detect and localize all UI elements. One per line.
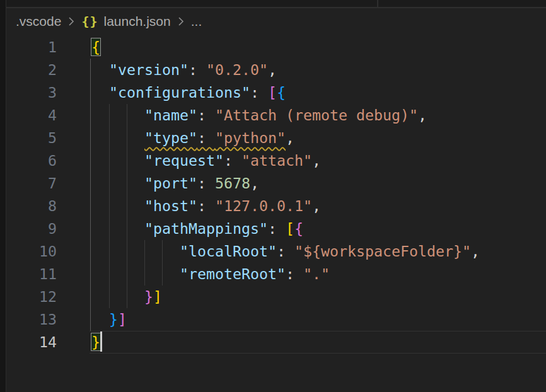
code-line[interactable]: 2 "version": "0.2.0", <box>6 59 546 81</box>
code-token: , <box>268 61 277 78</box>
code-line[interactable]: 7 "port": 5678, <box>6 172 546 195</box>
vscode-window: .vscode {} launch.json ... 1{2 "version"… <box>0 0 546 392</box>
code-token: : <box>250 84 268 101</box>
code-line[interactable]: 4 "name": "Attach (remote debug)", <box>6 104 546 127</box>
code-token: "0.2.0" <box>206 61 268 78</box>
code-token: , <box>471 243 480 260</box>
code-token: "${workspaceFolder}" <box>294 243 471 260</box>
json-file-icon: {} <box>81 14 98 29</box>
code-token <box>91 152 144 169</box>
breadcrumb-folder[interactable]: .vscode <box>16 14 61 29</box>
line-number[interactable]: 7 <box>6 172 57 195</box>
code-token: : <box>286 265 303 282</box>
code-token <box>91 265 180 282</box>
code-editor[interactable]: 1{2 "version": "0.2.0",3 "configurations… <box>6 36 546 392</box>
code-token: : <box>224 152 241 169</box>
code-line-content[interactable]: }] <box>57 308 127 331</box>
indent-guide <box>109 104 110 308</box>
code-token: ] <box>118 311 127 328</box>
line-number[interactable]: 8 <box>6 195 57 217</box>
code-token: 5678 <box>215 175 250 192</box>
line-number[interactable]: 10 <box>6 240 57 263</box>
code-token: "version" <box>109 61 189 78</box>
indent-guide <box>127 104 127 308</box>
code-token: "port" <box>144 175 197 192</box>
code-line[interactable]: 1{ <box>6 36 546 59</box>
code-line-content[interactable]: } <box>57 331 100 354</box>
code-token <box>91 311 109 328</box>
code-token: [ <box>286 220 294 237</box>
line-number[interactable]: 5 <box>6 127 57 149</box>
code-lines: 1{2 "version": "0.2.0",3 "configurations… <box>6 36 546 354</box>
line-number[interactable]: 13 <box>6 308 57 331</box>
code-line-content[interactable]: "port": 5678, <box>57 172 259 195</box>
code-line[interactable]: 14} <box>6 331 546 354</box>
code-line-content[interactable]: "host": "127.0.0.1", <box>57 195 321 217</box>
code-token: } <box>109 311 118 328</box>
chevron-right-icon <box>67 14 76 28</box>
code-line-content[interactable]: "localRoot": "${workspaceFolder}", <box>57 240 480 263</box>
breadcrumb-file[interactable]: launch.json <box>103 14 170 29</box>
code-line-content[interactable]: "request": "attach", <box>57 149 321 172</box>
breadcrumb-symbol-ellipsis[interactable]: ... <box>191 14 202 29</box>
code-token: : <box>197 175 215 192</box>
code-line-content[interactable]: { <box>57 36 100 59</box>
code-token: "127.0.0.1" <box>215 197 312 214</box>
code-line[interactable]: 13 }] <box>6 308 546 331</box>
line-number[interactable]: 12 <box>6 285 57 308</box>
line-number[interactable]: 3 <box>6 81 57 104</box>
code-token <box>91 61 109 78</box>
chevron-right-icon <box>177 14 185 28</box>
code-token: , <box>418 107 427 124</box>
code-token: "python" <box>215 129 286 146</box>
code-token: "name" <box>144 107 197 124</box>
indent-guide <box>90 59 91 331</box>
code-line[interactable]: 9 "pathMappings": [{ <box>6 217 546 240</box>
code-line-content[interactable]: "pathMappings": [{ <box>57 217 303 240</box>
line-number[interactable]: 14 <box>6 331 57 354</box>
bracket-match: { <box>91 38 100 55</box>
code-line-content[interactable]: "configurations": [{ <box>57 81 286 104</box>
code-token: "." <box>303 265 330 282</box>
code-token: "remoteRoot" <box>180 265 286 282</box>
code-token: "localRoot" <box>180 243 277 260</box>
code-token: : <box>268 220 286 237</box>
code-token: : <box>197 129 215 146</box>
text-cursor <box>100 331 102 352</box>
code-token: "configurations" <box>109 84 250 101</box>
code-token: : <box>197 197 215 214</box>
code-line-content[interactable]: "type": "python", <box>57 127 294 149</box>
code-line-content[interactable]: "name": "Attach (remote debug)", <box>57 104 427 127</box>
code-token: : <box>277 243 294 260</box>
code-token: { <box>277 84 286 101</box>
code-line[interactable]: 12 }] <box>6 285 546 308</box>
code-line[interactable]: 11 "remoteRoot": "." <box>6 263 546 285</box>
bracket-match: } <box>91 333 100 350</box>
code-line[interactable]: 8 "host": "127.0.0.1", <box>6 195 546 217</box>
code-token: "Attach (remote debug)" <box>215 107 418 124</box>
code-token: [ <box>268 84 277 101</box>
line-number[interactable]: 11 <box>6 263 57 285</box>
breadcrumb: .vscode {} launch.json ... <box>6 9 546 34</box>
code-token: "pathMappings" <box>144 220 268 237</box>
indent-guide <box>162 240 163 285</box>
code-token: : <box>197 107 215 124</box>
line-number[interactable]: 2 <box>6 59 57 81</box>
code-line[interactable]: 6 "request": "attach", <box>6 149 546 172</box>
line-number[interactable]: 4 <box>6 104 57 127</box>
code-line[interactable]: 10 "localRoot": "${workspaceFolder}", <box>6 240 546 263</box>
line-number[interactable]: 6 <box>6 149 57 172</box>
current-line-highlight <box>90 331 546 331</box>
line-number[interactable]: 1 <box>6 36 57 59</box>
code-token <box>91 175 144 192</box>
code-token: "attach" <box>241 152 312 169</box>
code-line-content[interactable]: "remoteRoot": "." <box>57 263 330 285</box>
code-token: "type" <box>144 129 197 146</box>
code-line[interactable]: 3 "configurations": [{ <box>6 81 546 104</box>
code-token: , <box>312 197 321 214</box>
code-token: { <box>294 220 303 237</box>
line-number[interactable]: 9 <box>6 217 57 240</box>
code-line[interactable]: 5 "type": "python", <box>6 127 546 149</box>
tab-divider <box>377 0 378 7</box>
indent-guide <box>144 240 145 285</box>
